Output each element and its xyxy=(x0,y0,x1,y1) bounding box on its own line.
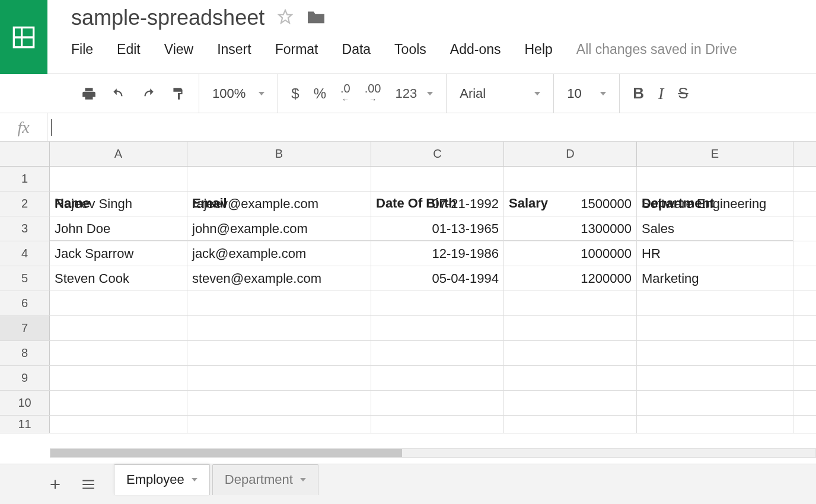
cell-b4[interactable]: jack@example.com xyxy=(187,241,371,266)
col-head-a[interactable]: A xyxy=(50,142,187,166)
cell-b8[interactable] xyxy=(187,341,371,365)
cell-c2[interactable]: 07-21-1992 xyxy=(371,192,504,216)
folder-icon[interactable] xyxy=(306,8,326,27)
cell-c3[interactable]: 01-13-1965 xyxy=(371,216,504,241)
bold-button[interactable]: B xyxy=(633,84,644,103)
document-title[interactable]: sample-spreadsheet xyxy=(71,6,264,30)
font-size-select[interactable]: 10 xyxy=(567,86,606,101)
row-head-1[interactable]: 1 xyxy=(0,167,50,191)
number-format-select[interactable]: 123 xyxy=(396,86,434,101)
menu-data[interactable]: Data xyxy=(342,42,371,58)
row-head-6[interactable]: 6 xyxy=(0,291,50,315)
row-head-9[interactable]: 9 xyxy=(0,366,50,390)
redo-button[interactable] xyxy=(141,86,156,101)
menu-view[interactable]: View xyxy=(164,42,193,58)
scrollbar-thumb[interactable] xyxy=(50,449,402,457)
add-sheet-button[interactable] xyxy=(47,477,63,492)
cell-f1[interactable] xyxy=(793,167,815,191)
cell-d5[interactable]: 1200000 xyxy=(504,266,637,291)
cell-d11[interactable] xyxy=(504,416,637,433)
decrease-decimal-button[interactable]: .0← xyxy=(340,84,350,103)
increase-decimal-button[interactable]: .00→ xyxy=(365,84,381,103)
cell-c6[interactable] xyxy=(371,291,504,315)
cell-c9[interactable] xyxy=(371,366,504,390)
cell-d10[interactable] xyxy=(504,391,637,415)
cell-c8[interactable] xyxy=(371,341,504,365)
percent-button[interactable]: % xyxy=(314,85,326,102)
sheet-tab-department[interactable]: Department xyxy=(212,464,318,495)
cell-a4[interactable]: Jack Sparrow xyxy=(50,241,187,266)
cell-e9[interactable] xyxy=(637,366,793,390)
cell-d6[interactable] xyxy=(504,291,637,315)
cell-f4[interactable] xyxy=(793,241,815,266)
row-head-3[interactable]: 3 xyxy=(0,216,50,241)
cell-f9[interactable] xyxy=(793,366,815,390)
menu-addons[interactable]: Add-ons xyxy=(450,42,501,58)
cell-e5[interactable]: Marketing xyxy=(637,266,793,291)
menu-edit[interactable]: Edit xyxy=(117,42,141,58)
star-icon[interactable] xyxy=(278,9,293,27)
cell-f6[interactable] xyxy=(793,291,815,315)
cell-f2[interactable] xyxy=(793,192,815,216)
italic-button[interactable]: I xyxy=(658,84,664,103)
cell-b2[interactable]: rajeev@example.com xyxy=(187,192,371,216)
col-head-c[interactable]: C xyxy=(371,142,504,166)
zoom-select[interactable]: 100% xyxy=(212,86,264,101)
col-head-e[interactable]: E xyxy=(637,142,793,166)
cell-e11[interactable] xyxy=(637,416,793,433)
all-sheets-button[interactable] xyxy=(81,477,96,492)
formula-input[interactable] xyxy=(52,113,816,141)
cell-e4[interactable]: HR xyxy=(637,241,793,266)
cell-a10[interactable] xyxy=(50,391,187,415)
cell-d8[interactable] xyxy=(504,341,637,365)
menu-tools[interactable]: Tools xyxy=(394,42,426,58)
font-family-select[interactable]: Arial xyxy=(460,86,540,101)
cell-f10[interactable] xyxy=(793,391,815,415)
cell-d2[interactable]: 1500000 xyxy=(504,192,637,216)
sheets-logo[interactable] xyxy=(0,0,47,74)
cell-b11[interactable] xyxy=(187,416,371,433)
cell-c5[interactable]: 05-04-1994 xyxy=(371,266,504,291)
cell-d7[interactable] xyxy=(504,316,637,340)
strikethrough-button[interactable]: S xyxy=(678,84,688,103)
cell-c11[interactable] xyxy=(371,416,504,433)
cell-e7[interactable] xyxy=(637,316,793,340)
row-head-4[interactable]: 4 xyxy=(0,241,50,266)
cell-e3[interactable]: Sales xyxy=(637,216,793,241)
row-head-5[interactable]: 5 xyxy=(0,266,50,291)
undo-button[interactable] xyxy=(111,86,126,101)
sheet-tab-employee[interactable]: Employee xyxy=(114,464,210,495)
cell-d3[interactable]: 1300000 xyxy=(504,216,637,241)
row-head-8[interactable]: 8 xyxy=(0,341,50,365)
menu-help[interactable]: Help xyxy=(524,42,552,58)
cell-e8[interactable] xyxy=(637,341,793,365)
menu-insert[interactable]: Insert xyxy=(217,42,251,58)
cell-f7[interactable] xyxy=(793,316,815,340)
col-head-next[interactable] xyxy=(793,142,815,166)
cell-e10[interactable] xyxy=(637,391,793,415)
cell-a11[interactable] xyxy=(50,416,187,433)
cell-d9[interactable] xyxy=(504,366,637,390)
paint-format-button[interactable] xyxy=(170,86,186,101)
cell-b10[interactable] xyxy=(187,391,371,415)
cell-b5[interactable]: steven@example.com xyxy=(187,266,371,291)
menu-file[interactable]: File xyxy=(71,42,93,58)
cell-b3[interactable]: john@example.com xyxy=(187,216,371,241)
row-head-7[interactable]: 7 xyxy=(0,316,50,340)
print-button[interactable] xyxy=(81,86,97,101)
cell-b6[interactable] xyxy=(187,291,371,315)
cell-f11[interactable] xyxy=(793,416,815,433)
select-all-corner[interactable] xyxy=(0,142,50,166)
cell-d4[interactable]: 1000000 xyxy=(504,241,637,266)
cell-c4[interactable]: 12-19-1986 xyxy=(371,241,504,266)
cell-b9[interactable] xyxy=(187,366,371,390)
cell-a6[interactable] xyxy=(50,291,187,315)
cell-a8[interactable] xyxy=(50,341,187,365)
cell-e2[interactable]: Software Engineering xyxy=(637,192,793,216)
cell-a2[interactable]: Rajeev Singh xyxy=(50,192,187,216)
row-head-11[interactable]: 11 xyxy=(0,416,50,433)
cell-f5[interactable] xyxy=(793,266,815,291)
menu-format[interactable]: Format xyxy=(275,42,318,58)
cell-a9[interactable] xyxy=(50,366,187,390)
cell-a3[interactable]: John Doe xyxy=(50,216,187,241)
